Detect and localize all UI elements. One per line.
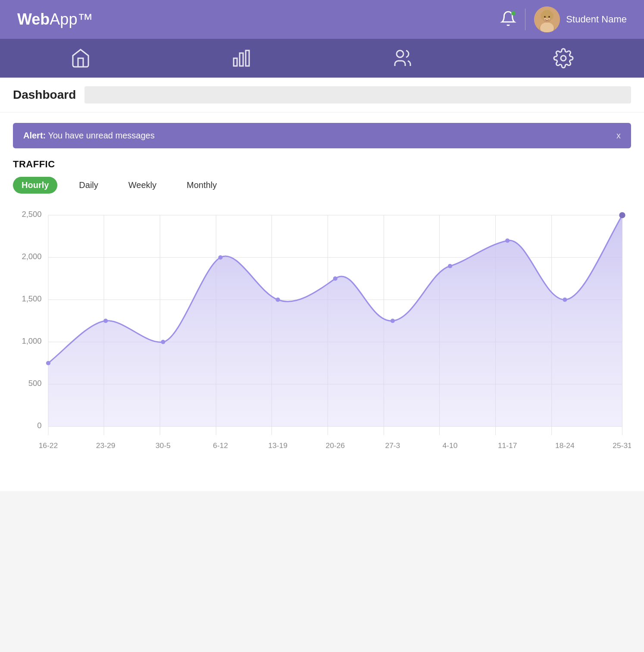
bar-chart-icon xyxy=(231,48,252,69)
user-profile[interactable]: Student Name xyxy=(534,6,627,32)
filter-weekly[interactable]: Weekly xyxy=(120,177,165,194)
alert-close-button[interactable]: x xyxy=(616,131,621,141)
filter-buttons: Hourly Daily Weekly Monthly xyxy=(13,177,631,194)
chart-point-3 xyxy=(218,255,222,260)
alert-message: You have unread messages xyxy=(46,131,154,140)
svg-text:25-31: 25-31 xyxy=(613,441,631,450)
alert-text: Alert: You have unread messages xyxy=(23,131,155,141)
svg-text:500: 500 xyxy=(28,379,42,388)
svg-text:1,000: 1,000 xyxy=(22,337,41,345)
svg-text:4-10: 4-10 xyxy=(443,441,458,450)
alert-prefix: Alert: xyxy=(23,131,46,140)
logo-bold: Web xyxy=(17,10,50,28)
settings-icon xyxy=(553,48,574,69)
nav-analytics[interactable] xyxy=(161,39,322,78)
svg-text:23-29: 23-29 xyxy=(96,441,115,450)
svg-text:2,000: 2,000 xyxy=(22,252,41,261)
svg-text:13-19: 13-19 xyxy=(268,441,287,450)
svg-text:0: 0 xyxy=(37,421,41,430)
nav-settings[interactable] xyxy=(483,39,644,78)
chart-svg: 2,500 2,000 1,500 1,000 500 0 xyxy=(13,207,631,474)
svg-text:2,500: 2,500 xyxy=(22,210,41,219)
user-name: Student Name xyxy=(566,14,627,25)
tab-area xyxy=(84,86,631,103)
header-divider xyxy=(525,9,525,30)
svg-point-7 xyxy=(549,13,553,19)
chart-point-5 xyxy=(333,276,338,281)
chart-point-6 xyxy=(391,319,395,323)
svg-text:11-17: 11-17 xyxy=(498,441,517,450)
chart-point-0 xyxy=(46,361,50,365)
traffic-section: TRAFFIC Hourly Daily Weekly Monthly xyxy=(0,159,644,491)
navigation xyxy=(0,39,644,78)
avatar-image xyxy=(534,6,560,32)
chart-point-4 xyxy=(275,298,280,302)
main-content: Dashboard Alert: You have unread message… xyxy=(0,78,644,491)
chart-point-8 xyxy=(505,238,510,243)
header: WebApp™ xyxy=(0,0,644,39)
traffic-chart: 2,500 2,000 1,500 1,000 500 0 xyxy=(13,207,631,474)
nav-users[interactable] xyxy=(322,39,483,78)
svg-text:20-26: 20-26 xyxy=(325,441,344,450)
svg-text:6-12: 6-12 xyxy=(213,441,228,450)
svg-text:16-22: 16-22 xyxy=(39,441,58,450)
nav-home[interactable] xyxy=(0,39,161,78)
page-title: Dashboard xyxy=(13,88,76,102)
logo-light: App™ xyxy=(50,10,93,28)
avatar xyxy=(534,6,560,32)
chart-point-1 xyxy=(103,319,108,323)
app-logo: WebApp™ xyxy=(17,10,93,28)
svg-point-8 xyxy=(544,16,546,18)
dashboard-title-bar: Dashboard xyxy=(0,78,644,113)
svg-point-9 xyxy=(548,16,550,18)
svg-text:18-24: 18-24 xyxy=(555,441,575,450)
filter-daily[interactable]: Daily xyxy=(70,177,106,194)
svg-text:1,500: 1,500 xyxy=(22,295,41,303)
svg-text:27-3: 27-3 xyxy=(385,441,400,450)
svg-point-14 xyxy=(561,56,566,61)
notification-bell[interactable] xyxy=(500,10,516,28)
svg-rect-11 xyxy=(240,53,243,66)
users-icon xyxy=(392,48,413,69)
svg-text:30-5: 30-5 xyxy=(156,441,171,450)
filter-monthly[interactable]: Monthly xyxy=(178,177,225,194)
chart-point-9 xyxy=(563,298,567,302)
chart-point-10 xyxy=(619,212,625,218)
svg-rect-10 xyxy=(234,58,237,66)
svg-point-6 xyxy=(541,13,545,19)
chart-point-7 xyxy=(448,264,452,268)
home-icon xyxy=(70,48,91,69)
svg-rect-12 xyxy=(246,50,249,66)
alert-banner: Alert: You have unread messages x xyxy=(13,123,631,148)
traffic-heading: TRAFFIC xyxy=(13,159,631,170)
chart-point-2 xyxy=(161,340,165,344)
header-right: Student Name xyxy=(500,6,627,32)
svg-point-13 xyxy=(397,50,403,57)
filter-hourly[interactable]: Hourly xyxy=(13,177,57,194)
